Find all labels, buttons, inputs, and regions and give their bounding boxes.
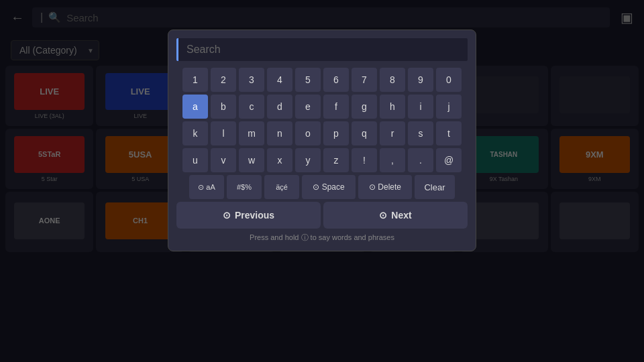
key-accents[interactable]: äçé <box>264 175 299 199</box>
key-r[interactable]: r <box>380 121 405 145</box>
keyboard-hint: Press and hold ⓘ to say words and phrase… <box>176 233 468 243</box>
key-space[interactable]: ⊙ Space <box>302 175 356 199</box>
key-t[interactable]: t <box>436 121 462 145</box>
keyboard-nav-row: ⊙ Previous ⊙ Next <box>176 202 468 229</box>
hint-text-prefix: Press and hold <box>250 233 299 241</box>
prev-icon: ⊙ <box>223 210 231 221</box>
delete-label: Delete <box>378 182 401 192</box>
key-symbols[interactable]: #$% <box>227 175 262 199</box>
keyboard-number-row: 1 2 3 4 5 6 7 8 9 0 <box>176 68 468 92</box>
key-a[interactable]: a <box>182 95 208 119</box>
keyboard-search-input[interactable] <box>176 38 468 61</box>
key-0[interactable]: 0 <box>436 68 462 92</box>
keyboard-row-2: k l m n o p q r s t <box>176 121 468 145</box>
key-u[interactable]: u <box>182 148 208 172</box>
key-p[interactable]: p <box>323 121 349 145</box>
key-3[interactable]: 3 <box>239 68 264 92</box>
key-n[interactable]: n <box>267 121 292 145</box>
space-label: Space <box>322 182 345 192</box>
keyboard-panel: 1 2 3 4 5 6 7 8 9 0 a b c d e f g h i j … <box>168 29 476 251</box>
key-h[interactable]: h <box>380 95 405 119</box>
key-comma[interactable]: , <box>380 148 405 172</box>
key-7[interactable]: 7 <box>352 68 377 92</box>
key-z[interactable]: z <box>323 148 349 172</box>
key-v[interactable]: v <box>211 148 236 172</box>
key-k[interactable]: k <box>182 121 208 145</box>
key-l[interactable]: l <box>211 121 236 145</box>
key-exclaim[interactable]: ! <box>352 148 377 172</box>
keyboard-row-3: u v w x y z ! , . @ <box>176 148 468 172</box>
key-5[interactable]: 5 <box>295 68 321 92</box>
key-period[interactable]: . <box>408 148 433 172</box>
key-delete[interactable]: ⊙ Delete <box>358 175 412 199</box>
next-button[interactable]: ⊙ Next <box>323 202 468 229</box>
key-y[interactable]: y <box>295 148 321 172</box>
key-b[interactable]: b <box>211 95 236 119</box>
next-icon: ⊙ <box>379 210 387 221</box>
key-o[interactable]: o <box>295 121 321 145</box>
key-2[interactable]: 2 <box>211 68 236 92</box>
key-6[interactable]: 6 <box>323 68 349 92</box>
key-e[interactable]: e <box>295 95 321 119</box>
key-f[interactable]: f <box>323 95 349 119</box>
key-case-toggle[interactable]: ⊙ aA <box>189 175 224 199</box>
previous-button[interactable]: ⊙ Previous <box>176 202 321 229</box>
key-clear[interactable]: Clear <box>415 175 455 199</box>
key-1[interactable]: 1 <box>182 68 208 92</box>
space-circle-icon: ⊙ <box>313 182 319 192</box>
key-j[interactable]: j <box>436 95 462 119</box>
hint-icon: ⓘ <box>301 233 309 241</box>
key-4[interactable]: 4 <box>267 68 292 92</box>
key-s[interactable]: s <box>408 121 433 145</box>
prev-label: Previous <box>235 210 274 221</box>
key-q[interactable]: q <box>352 121 377 145</box>
keyboard-row-1: a b c d e f g h i j <box>176 95 468 119</box>
hint-text-suffix: to say words and phrases <box>311 233 394 241</box>
key-m[interactable]: m <box>239 121 264 145</box>
key-w[interactable]: w <box>239 148 264 172</box>
delete-circle-icon: ⊙ <box>369 182 376 192</box>
key-c[interactable]: c <box>239 95 264 119</box>
key-at[interactable]: @ <box>436 148 462 172</box>
key-8[interactable]: 8 <box>380 68 405 92</box>
keyboard-overlay: 1 2 3 4 5 6 7 8 9 0 a b c d e f g h i j … <box>0 0 644 362</box>
key-d[interactable]: d <box>267 95 292 119</box>
next-label: Next <box>391 210 411 221</box>
keyboard-special-row: ⊙ aA #$% äçé ⊙ Space ⊙ Delete Clear <box>176 175 468 199</box>
key-9[interactable]: 9 <box>408 68 433 92</box>
key-x[interactable]: x <box>267 148 292 172</box>
circle-icon: ⊙ <box>198 183 204 192</box>
key-g[interactable]: g <box>352 95 377 119</box>
key-i[interactable]: i <box>408 95 433 119</box>
case-label: aA <box>206 183 215 191</box>
